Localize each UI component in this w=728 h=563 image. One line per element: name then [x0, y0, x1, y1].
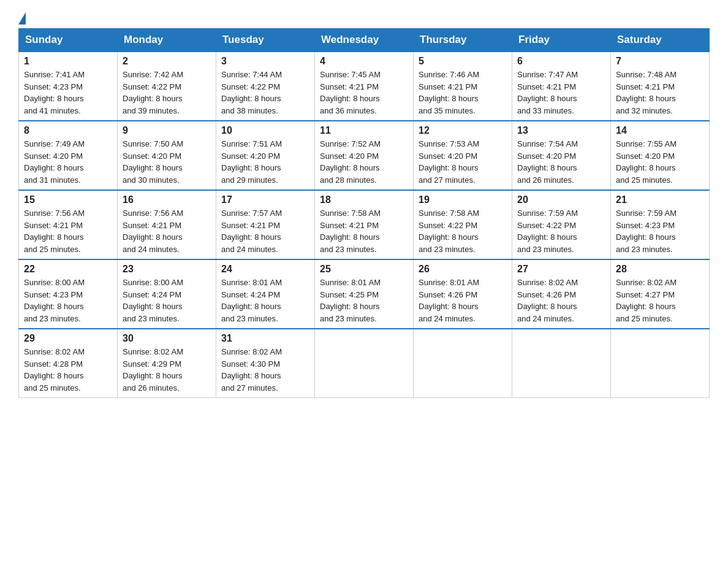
week-row-5: 29 Sunrise: 8:02 AM Sunset: 4:28 PM Dayl… [19, 329, 710, 398]
day-info: Sunrise: 7:54 AM Sunset: 4:20 PM Dayligh… [517, 138, 605, 186]
day-info: Sunrise: 7:44 AM Sunset: 4:22 PM Dayligh… [221, 69, 309, 117]
day-number: 22 [24, 264, 112, 275]
day-info: Sunrise: 7:48 AM Sunset: 4:21 PM Dayligh… [616, 69, 704, 117]
calendar-cell [315, 329, 414, 398]
calendar-cell: 17 Sunrise: 7:57 AM Sunset: 4:21 PM Dayl… [216, 190, 315, 259]
calendar-cell: 11 Sunrise: 7:52 AM Sunset: 4:20 PM Dayl… [315, 121, 414, 190]
calendar-cell: 4 Sunrise: 7:45 AM Sunset: 4:21 PM Dayli… [315, 52, 414, 121]
day-number: 9 [123, 125, 211, 136]
calendar-cell: 28 Sunrise: 8:02 AM Sunset: 4:27 PM Dayl… [611, 259, 710, 329]
day-number: 11 [320, 125, 408, 136]
day-info: Sunrise: 7:42 AM Sunset: 4:22 PM Dayligh… [123, 69, 211, 117]
calendar-cell: 1 Sunrise: 7:41 AM Sunset: 4:23 PM Dayli… [19, 52, 118, 121]
calendar-cell: 30 Sunrise: 8:02 AM Sunset: 4:29 PM Dayl… [118, 329, 216, 398]
logo-stack [18, 12, 26, 22]
day-info: Sunrise: 8:00 AM Sunset: 4:24 PM Dayligh… [123, 277, 211, 324]
logo [18, 12, 26, 22]
day-info: Sunrise: 7:55 AM Sunset: 4:20 PM Dayligh… [616, 138, 704, 186]
day-number: 6 [517, 56, 605, 67]
calendar-cell: 10 Sunrise: 7:51 AM Sunset: 4:20 PM Dayl… [216, 121, 315, 190]
calendar-cell: 21 Sunrise: 7:59 AM Sunset: 4:23 PM Dayl… [611, 190, 710, 259]
day-number: 3 [221, 56, 309, 67]
day-number: 31 [221, 333, 309, 344]
calendar-cell: 29 Sunrise: 8:02 AM Sunset: 4:28 PM Dayl… [19, 329, 118, 398]
calendar-cell: 31 Sunrise: 8:02 AM Sunset: 4:30 PM Dayl… [216, 329, 315, 398]
calendar-cell: 16 Sunrise: 7:56 AM Sunset: 4:21 PM Dayl… [118, 190, 216, 259]
day-number: 20 [517, 194, 605, 205]
day-number: 13 [517, 125, 605, 136]
day-info: Sunrise: 8:00 AM Sunset: 4:23 PM Dayligh… [24, 277, 112, 324]
calendar-body: 1 Sunrise: 7:41 AM Sunset: 4:23 PM Dayli… [19, 52, 710, 398]
day-number: 12 [419, 125, 507, 136]
logo-triangle-icon [18, 12, 26, 25]
header-monday: Monday [118, 29, 216, 52]
day-info: Sunrise: 7:57 AM Sunset: 4:21 PM Dayligh… [221, 207, 309, 255]
day-info: Sunrise: 7:47 AM Sunset: 4:21 PM Dayligh… [517, 69, 605, 117]
day-number: 5 [419, 56, 507, 67]
calendar-cell [611, 329, 710, 398]
day-info: Sunrise: 7:59 AM Sunset: 4:23 PM Dayligh… [616, 207, 704, 255]
calendar-cell: 6 Sunrise: 7:47 AM Sunset: 4:21 PM Dayli… [512, 52, 611, 121]
day-info: Sunrise: 8:02 AM Sunset: 4:30 PM Dayligh… [221, 346, 309, 394]
calendar-cell: 27 Sunrise: 8:02 AM Sunset: 4:26 PM Dayl… [512, 259, 611, 329]
day-number: 15 [24, 194, 112, 205]
day-info: Sunrise: 7:41 AM Sunset: 4:23 PM Dayligh… [24, 69, 112, 117]
calendar-cell: 13 Sunrise: 7:54 AM Sunset: 4:20 PM Dayl… [512, 121, 611, 190]
logo-top-row [18, 12, 26, 22]
week-row-4: 22 Sunrise: 8:00 AM Sunset: 4:23 PM Dayl… [19, 259, 710, 329]
day-info: Sunrise: 7:45 AM Sunset: 4:21 PM Dayligh… [320, 69, 408, 117]
calendar-cell: 14 Sunrise: 7:55 AM Sunset: 4:20 PM Dayl… [611, 121, 710, 190]
day-number: 30 [123, 333, 211, 344]
day-number: 21 [616, 194, 704, 205]
day-info: Sunrise: 8:02 AM Sunset: 4:28 PM Dayligh… [24, 346, 112, 394]
calendar-cell: 23 Sunrise: 8:00 AM Sunset: 4:24 PM Dayl… [118, 259, 216, 329]
calendar-cell: 9 Sunrise: 7:50 AM Sunset: 4:20 PM Dayli… [118, 121, 216, 190]
day-info: Sunrise: 7:49 AM Sunset: 4:20 PM Dayligh… [24, 138, 112, 186]
day-info: Sunrise: 8:01 AM Sunset: 4:25 PM Dayligh… [320, 277, 408, 324]
day-info: Sunrise: 7:46 AM Sunset: 4:21 PM Dayligh… [419, 69, 507, 117]
day-info: Sunrise: 7:56 AM Sunset: 4:21 PM Dayligh… [24, 207, 112, 255]
day-number: 27 [517, 264, 605, 275]
day-number: 10 [221, 125, 309, 136]
calendar-cell [414, 329, 512, 398]
calendar-cell: 7 Sunrise: 7:48 AM Sunset: 4:21 PM Dayli… [611, 52, 710, 121]
calendar-header: SundayMondayTuesdayWednesdayThursdayFrid… [19, 29, 710, 52]
calendar-cell: 2 Sunrise: 7:42 AM Sunset: 4:22 PM Dayli… [118, 52, 216, 121]
header-row: SundayMondayTuesdayWednesdayThursdayFrid… [19, 29, 710, 52]
header-tuesday: Tuesday [216, 29, 315, 52]
calendar-cell: 25 Sunrise: 8:01 AM Sunset: 4:25 PM Dayl… [315, 259, 414, 329]
day-number: 14 [616, 125, 704, 136]
day-number: 18 [320, 194, 408, 205]
header-thursday: Thursday [414, 29, 512, 52]
day-number: 17 [221, 194, 309, 205]
day-info: Sunrise: 7:58 AM Sunset: 4:22 PM Dayligh… [419, 207, 507, 255]
calendar-cell: 19 Sunrise: 7:58 AM Sunset: 4:22 PM Dayl… [414, 190, 512, 259]
week-row-1: 1 Sunrise: 7:41 AM Sunset: 4:23 PM Dayli… [19, 52, 710, 121]
day-info: Sunrise: 8:01 AM Sunset: 4:24 PM Dayligh… [221, 277, 309, 324]
header [18, 12, 710, 22]
day-number: 8 [24, 125, 112, 136]
day-number: 2 [123, 56, 211, 67]
calendar-cell: 26 Sunrise: 8:01 AM Sunset: 4:26 PM Dayl… [414, 259, 512, 329]
day-number: 7 [616, 56, 704, 67]
day-info: Sunrise: 8:02 AM Sunset: 4:27 PM Dayligh… [616, 277, 704, 324]
day-info: Sunrise: 7:51 AM Sunset: 4:20 PM Dayligh… [221, 138, 309, 186]
day-info: Sunrise: 8:02 AM Sunset: 4:29 PM Dayligh… [123, 346, 211, 394]
calendar-cell: 12 Sunrise: 7:53 AM Sunset: 4:20 PM Dayl… [414, 121, 512, 190]
day-number: 23 [123, 264, 211, 275]
calendar-table: SundayMondayTuesdayWednesdayThursdayFrid… [18, 28, 710, 398]
calendar-cell: 8 Sunrise: 7:49 AM Sunset: 4:20 PM Dayli… [19, 121, 118, 190]
day-info: Sunrise: 7:50 AM Sunset: 4:20 PM Dayligh… [123, 138, 211, 186]
calendar-cell: 3 Sunrise: 7:44 AM Sunset: 4:22 PM Dayli… [216, 52, 315, 121]
calendar-cell: 18 Sunrise: 7:58 AM Sunset: 4:21 PM Dayl… [315, 190, 414, 259]
week-row-3: 15 Sunrise: 7:56 AM Sunset: 4:21 PM Dayl… [19, 190, 710, 259]
calendar-cell: 20 Sunrise: 7:59 AM Sunset: 4:22 PM Dayl… [512, 190, 611, 259]
calendar-cell: 22 Sunrise: 8:00 AM Sunset: 4:23 PM Dayl… [19, 259, 118, 329]
day-number: 29 [24, 333, 112, 344]
day-number: 19 [419, 194, 507, 205]
day-number: 25 [320, 264, 408, 275]
day-number: 16 [123, 194, 211, 205]
week-row-2: 8 Sunrise: 7:49 AM Sunset: 4:20 PM Dayli… [19, 121, 710, 190]
calendar-cell: 5 Sunrise: 7:46 AM Sunset: 4:21 PM Dayli… [414, 52, 512, 121]
day-number: 24 [221, 264, 309, 275]
